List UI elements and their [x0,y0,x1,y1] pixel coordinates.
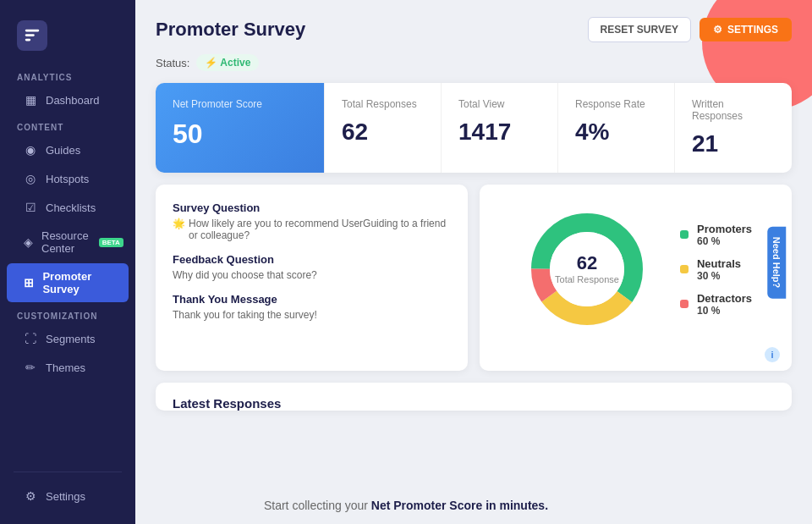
sidebar-item-label: Promoter Survey [42,270,112,295]
sidebar-item-resource-center[interactable]: ◈ Resource Center BETA [7,223,129,262]
survey-details-panel: Survey Question 🌟 How likely are you to … [156,185,468,371]
page-title: Promoter Survey [156,19,305,41]
stat-total-responses: Total Responses 62 [325,83,442,173]
sidebar-item-hotspots[interactable]: ◎ Hotspots [7,165,129,192]
survey-question-text: 🌟 How likely are you to recommend UserGu… [173,218,451,241]
segments-icon: ⛶ [24,332,37,345]
neutrals-label: Neutrals 30 % [697,257,741,282]
section-analytics-label: ANALYTICS [0,64,135,85]
resource-center-icon: ◈ [24,235,33,249]
stat-total-view-value: 1417 [458,119,540,146]
stat-total-responses-value: 62 [342,119,424,146]
beta-badge: BETA [99,238,123,247]
settings-button-label: SETTINGS [727,24,778,36]
sidebar-item-promoter-survey[interactable]: ⊞ Promoter Survey [7,263,129,302]
survey-question-content: How likely are you to recommend UserGuid… [189,218,451,241]
dashboard-icon: ▦ [24,93,37,107]
feedback-question-text: Why did you choose that score? [173,269,451,281]
status-bar: Status: ⚡ Active [156,54,792,71]
legend-detractors: Detractors 10 % [680,292,752,317]
stat-response-rate-value: 4% [575,119,657,146]
sidebar-item-checklists[interactable]: ☑ Checklists [7,194,129,221]
stat-response-rate-label: Response Rate [575,98,657,110]
detractors-dot [680,300,689,308]
footer-text-before: Start collecting your [264,499,371,512]
neutrals-pct: 30 % [697,270,741,282]
thank-you-title: Thank You Message [173,293,451,306]
sidebar-item-label: Segments [46,333,96,345]
neutrals-name: Neutrals [697,257,741,270]
sidebar-item-label: Hotspots [46,173,89,185]
sidebar-item-label: Themes [46,361,85,374]
donut-total-label: Total Response [555,274,619,284]
themes-icon: ✏ [24,361,37,374]
latest-responses-panel: Latest Responses [156,383,792,411]
donut-content: 62 Total Response Promoters 60 % [497,201,775,337]
detractors-label: Detractors 10 % [697,292,752,317]
hotspots-icon: ◎ [24,172,37,185]
promoters-label: Promoters 60 % [697,223,752,247]
stat-response-rate: Response Rate 4% [558,83,675,173]
detractors-name: Detractors [697,292,752,305]
sidebar-logo [0,0,135,64]
promoters-name: Promoters [697,223,752,235]
settings-button-icon: ⚙ [713,24,722,36]
thank-you-text: Thank you for taking the survey! [173,309,451,321]
settings-icon: ⚙ [24,489,37,503]
sidebar-item-dashboard[interactable]: ▦ Dashboard [7,86,129,113]
legend-promoters: Promoters 60 % [680,223,752,247]
promoter-survey-icon: ⊞ [24,276,34,290]
sidebar-divider [14,472,122,472]
sidebar-item-guides[interactable]: ◉ Guides [7,136,129,163]
latest-responses-title: Latest Responses [156,383,792,411]
stat-total-view: Total View 1417 [442,83,558,173]
reset-survey-button[interactable]: RESET SURVEY [588,17,691,42]
section-customization-label: CUSTOMIZATION [0,303,135,324]
info-icon[interactable]: i [765,347,780,362]
donut-legend: Promoters 60 % Neutrals 30 % [680,223,752,317]
feedback-question-section: Feedback Question Why did you choose tha… [173,253,451,281]
checklists-icon: ☑ [24,201,37,214]
survey-question-icon: 🌟 [173,218,185,229]
stat-total-view-label: Total View [458,98,540,110]
settings-button[interactable]: ⚙ SETTINGS [700,18,792,41]
stat-total-responses-label: Total Responses [342,98,424,110]
sidebar-item-label: Dashboard [46,94,100,107]
sidebar-bottom: ⚙ Settings [0,461,135,524]
svg-rect-1 [25,34,35,36]
stat-written-responses-label: Written Responses [692,98,775,122]
donut-center: 62 Total Response [555,254,619,284]
survey-question-title: Survey Question [173,201,451,214]
donut-total-value: 62 [555,254,619,273]
svg-rect-2 [25,39,30,41]
page-header: Promoter Survey RESET SURVEY ⚙ SETTINGS [156,17,792,42]
svg-rect-0 [25,30,40,32]
status-label: Status: [156,57,189,69]
promoters-dot [680,230,689,239]
sidebar-item-segments[interactable]: ⛶ Segments [7,325,129,352]
section-content-label: CONTENT [0,114,135,135]
sidebar-item-settings[interactable]: ⚙ Settings [7,483,129,510]
detractors-pct: 10 % [697,305,752,317]
sidebar: ANALYTICS ▦ Dashboard CONTENT ◉ Guides ◎… [0,0,135,524]
main-content: Promoter Survey RESET SURVEY ⚙ SETTINGS … [135,0,812,524]
sidebar-item-label: Settings [46,490,85,503]
sidebar-item-label: Resource Center [41,229,89,255]
legend-neutrals: Neutrals 30 % [680,257,752,282]
stat-nps-label: Net Promoter Score [173,98,307,110]
donut-chart: 62 Total Response [519,201,655,337]
guides-icon: ◉ [24,143,37,157]
stat-nps-value: 50 [173,119,307,150]
logo-icon [17,20,47,51]
sidebar-item-themes[interactable]: ✏ Themes [7,354,129,381]
sidebar-item-label: Guides [46,144,80,157]
donut-panel: 62 Total Response Promoters 60 % [480,185,792,371]
promoters-pct: 60 % [697,235,752,247]
need-help-tab[interactable]: Need Help? [768,226,787,298]
thank-you-section: Thank You Message Thank you for taking t… [173,293,451,321]
stat-written-responses: Written Responses 21 [675,83,792,173]
survey-question-section: Survey Question 🌟 How likely are you to … [173,201,451,241]
stats-row: Net Promoter Score 50 Total Responses 62… [156,83,792,173]
header-actions: RESET SURVEY ⚙ SETTINGS [588,17,793,42]
sidebar-item-label: Checklists [46,201,96,214]
